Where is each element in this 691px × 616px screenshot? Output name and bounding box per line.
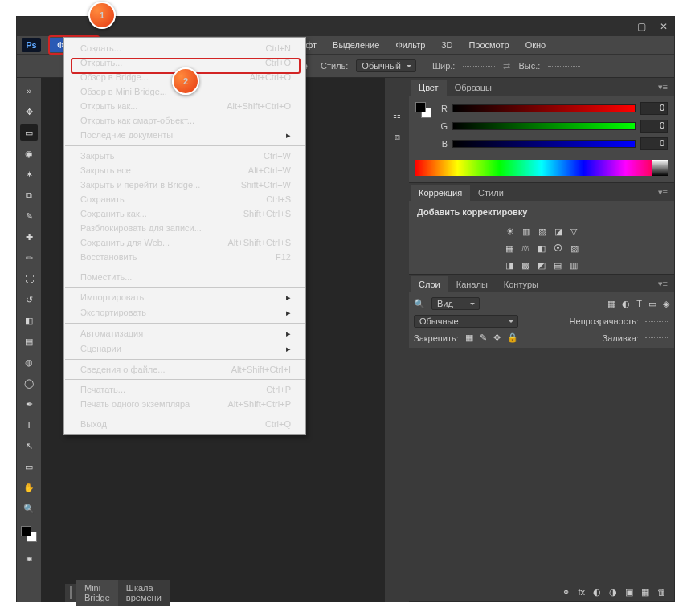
- menu-item[interactable]: Закрыть всеAlt+Ctrl+W: [64, 163, 305, 177]
- gradmap-icon[interactable]: ▤: [554, 260, 562, 271]
- eraser-tool-icon[interactable]: ◧: [20, 312, 38, 328]
- menu-item[interactable]: Открыть как смарт-объект...: [64, 113, 305, 128]
- b-value[interactable]: 0: [640, 137, 668, 150]
- r-slider[interactable]: [452, 104, 636, 112]
- filter-type-icon[interactable]: T: [636, 299, 642, 308]
- panel-menu-icon[interactable]: ▾≡: [652, 79, 674, 96]
- filter-shape-icon[interactable]: ▭: [648, 299, 656, 309]
- foreground-color-swatch[interactable]: [21, 526, 31, 536]
- link-layers-icon[interactable]: ⚭: [562, 587, 570, 598]
- poster-icon[interactable]: ▩: [521, 260, 529, 271]
- zoom-tool-icon[interactable]: 🔍: [20, 500, 38, 516]
- exposure-icon[interactable]: ◪: [554, 226, 562, 237]
- b-slider[interactable]: [452, 140, 636, 148]
- history-brush-tool-icon[interactable]: ↺: [20, 292, 38, 308]
- menu-item[interactable]: ЗакрытьCtrl+W: [64, 149, 305, 163]
- tab-layers[interactable]: Слои: [411, 276, 448, 292]
- layer-mask-icon[interactable]: ◐: [593, 587, 601, 598]
- menu-item[interactable]: Автоматизация: [64, 326, 305, 341]
- menu-select[interactable]: Выделение: [325, 38, 387, 52]
- menu-filter[interactable]: Фильтр: [387, 38, 433, 52]
- lock-all-icon[interactable]: 🔒: [507, 332, 518, 343]
- menu-item[interactable]: Поместить...: [64, 270, 305, 284]
- new-layer-icon[interactable]: ▦: [641, 587, 649, 598]
- eyedropper-tool-icon[interactable]: ✎: [20, 208, 38, 224]
- tools-collapse-icon[interactable]: »: [20, 83, 38, 99]
- hue-icon[interactable]: ▦: [505, 243, 513, 254]
- kind-select[interactable]: Вид: [431, 297, 480, 310]
- lock-position-icon[interactable]: ✎: [480, 332, 487, 343]
- minimize-button[interactable]: —: [613, 21, 624, 32]
- heal-tool-icon[interactable]: ✚: [20, 229, 38, 245]
- kind-icon[interactable]: 🔍: [414, 299, 425, 309]
- shape-tool-icon[interactable]: ▭: [20, 459, 38, 475]
- tab-swatches[interactable]: Образцы: [447, 80, 500, 96]
- photo-filter-icon[interactable]: ⦿: [554, 243, 562, 254]
- blur-tool-icon[interactable]: ◍: [20, 354, 38, 370]
- lock-move-icon[interactable]: ✥: [493, 332, 501, 343]
- levels-icon[interactable]: ▥: [522, 226, 530, 237]
- menu-item[interactable]: Сценарии: [64, 341, 305, 357]
- type-tool-icon[interactable]: T: [20, 417, 38, 433]
- brush-tool-icon[interactable]: ✏: [20, 250, 38, 266]
- delete-layer-icon[interactable]: 🗑: [657, 587, 666, 597]
- mixer-icon[interactable]: ▧: [570, 243, 579, 254]
- tab-timeline[interactable]: Шкала времени: [118, 580, 170, 606]
- wand-tool-icon[interactable]: ✶: [20, 166, 38, 182]
- tab-paths[interactable]: Контуры: [496, 276, 546, 292]
- filter-smart-icon[interactable]: ◈: [663, 299, 669, 309]
- menu-view[interactable]: Просмотр: [460, 38, 517, 52]
- properties-panel-icon[interactable]: ⧈: [395, 132, 400, 142]
- lock-pixels-icon[interactable]: ▦: [465, 332, 473, 343]
- pen-tool-icon[interactable]: ✒: [20, 396, 38, 412]
- tab-channels[interactable]: Каналы: [448, 276, 496, 292]
- vibrance-icon[interactable]: ▽: [570, 226, 577, 237]
- close-button[interactable]: ✕: [658, 21, 669, 32]
- selective-icon[interactable]: ▥: [570, 260, 578, 271]
- brightness-icon[interactable]: ☀: [506, 226, 514, 237]
- crop-tool-icon[interactable]: ⧉: [20, 187, 38, 203]
- marquee-tool-icon[interactable]: ▭: [20, 124, 38, 141]
- panel-menu-icon[interactable]: ▾≡: [652, 275, 674, 292]
- bottom-swatch[interactable]: [70, 586, 72, 599]
- maximize-button[interactable]: ▢: [636, 21, 647, 32]
- g-slider[interactable]: [452, 122, 636, 130]
- menu-item[interactable]: Закрыть и перейти в Bridge...Shift+Ctrl+…: [64, 177, 305, 192]
- menu-item[interactable]: Последние документы: [64, 128, 305, 143]
- menu-3d[interactable]: 3D: [433, 38, 460, 52]
- g-value[interactable]: 0: [640, 120, 668, 133]
- foreground-background-swatch[interactable]: [21, 526, 37, 542]
- menu-item[interactable]: СохранитьCtrl+S: [64, 192, 305, 206]
- filter-adjust-icon[interactable]: ◐: [622, 299, 630, 309]
- invert-icon[interactable]: ◨: [505, 260, 513, 271]
- menu-item[interactable]: Печать одного экземпляраAlt+Shift+Ctrl+P: [64, 397, 305, 411]
- move-tool-icon[interactable]: ✥: [20, 104, 38, 120]
- gradient-tool-icon[interactable]: ▤: [20, 333, 38, 349]
- fill-field[interactable]: [645, 337, 669, 338]
- hand-tool-icon[interactable]: ✋: [20, 479, 38, 496]
- tab-styles[interactable]: Стили: [470, 185, 512, 201]
- color-spectrum[interactable]: [415, 160, 668, 176]
- path-tool-icon[interactable]: ↖: [20, 438, 38, 454]
- menu-window[interactable]: Окно: [517, 38, 554, 52]
- menu-item[interactable]: Экспортировать: [64, 305, 305, 320]
- quickmask-icon[interactable]: ◙: [20, 550, 38, 566]
- dodge-tool-icon[interactable]: ◯: [20, 375, 38, 391]
- color-fgbg-swatch[interactable]: [415, 102, 431, 118]
- filter-pixel-icon[interactable]: ▦: [607, 299, 615, 309]
- tab-mini-bridge[interactable]: Mini Bridge: [76, 580, 118, 606]
- menu-item[interactable]: Импортировать: [64, 290, 305, 305]
- blend-mode-select[interactable]: Обычные: [414, 315, 518, 328]
- curves-icon[interactable]: ▨: [538, 226, 546, 237]
- layers-list[interactable]: [409, 348, 674, 583]
- history-panel-icon[interactable]: ☷: [393, 110, 401, 120]
- height-field[interactable]: [548, 66, 580, 67]
- opacity-field[interactable]: [645, 321, 669, 322]
- balance-icon[interactable]: ⚖: [521, 243, 529, 254]
- threshold-icon[interactable]: ◩: [538, 260, 546, 271]
- new-fillAdj-icon[interactable]: ◑: [609, 587, 617, 598]
- bw-icon[interactable]: ◧: [538, 243, 546, 254]
- menu-item[interactable]: Открыть как...Alt+Shift+Ctrl+O: [64, 99, 305, 113]
- tab-adjustments[interactable]: Коррекция: [411, 185, 470, 201]
- width-field[interactable]: [463, 66, 495, 67]
